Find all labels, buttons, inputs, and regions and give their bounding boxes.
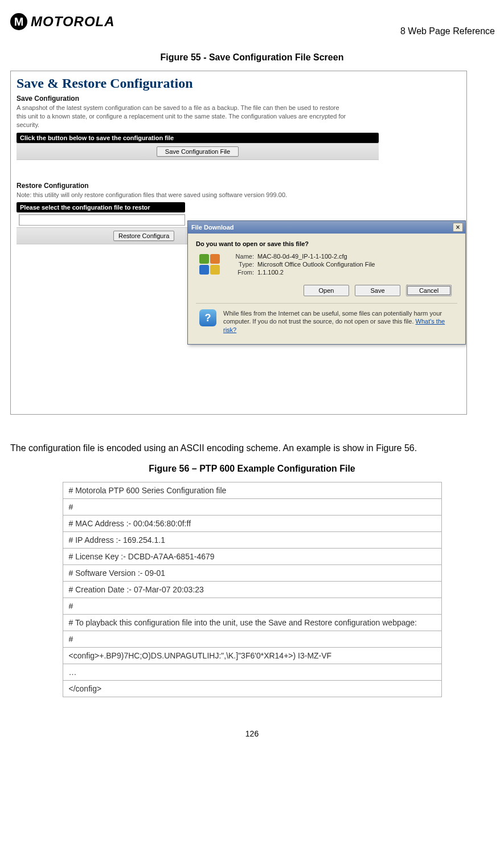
from-value: 1.1.100.2 bbox=[257, 269, 284, 276]
dialog-question: Do you want to open or save this file? bbox=[196, 240, 457, 247]
name-label: Name: bbox=[228, 253, 254, 260]
page-header: M MOTOROLA 8 Web Page Reference bbox=[0, 7, 504, 40]
save-instruction-bar: Click the button below to save the confi… bbox=[17, 133, 379, 143]
dialog-title-text: File Download bbox=[191, 224, 234, 231]
dialog-titlebar: File Download × bbox=[188, 221, 465, 234]
from-label: From: bbox=[228, 269, 254, 276]
config-line: # bbox=[63, 631, 441, 647]
security-warning-text: While files from the Internet can be use… bbox=[223, 309, 454, 334]
restore-note: Note: this utility will only restore con… bbox=[17, 191, 347, 199]
restore-button-row: Restore Configura bbox=[17, 227, 187, 244]
restore-config-heading: Restore Configuration bbox=[17, 182, 461, 190]
encoding-paragraph: The configuration file is encoded using … bbox=[10, 439, 494, 458]
cancel-button[interactable]: Cancel bbox=[406, 285, 452, 296]
brand-text: MOTOROLA bbox=[31, 14, 115, 30]
warning-body: While files from the Internet can be use… bbox=[223, 310, 442, 325]
open-button[interactable]: Open bbox=[304, 285, 349, 296]
save-button-row: Save Configuration File bbox=[17, 143, 379, 160]
close-icon[interactable]: × bbox=[453, 223, 463, 232]
file-details: Name:MAC-80-0d-49_IP-1-1-100-2.cfg Type:… bbox=[228, 253, 457, 277]
file-download-dialog: File Download × Do you want to open or s… bbox=[187, 220, 466, 345]
config-line: # IP Address :- 169.254.1.1 bbox=[63, 531, 441, 548]
save-config-file-button[interactable]: Save Configuration File bbox=[157, 146, 239, 157]
save-config-heading: Save Configuration bbox=[17, 95, 461, 103]
config-file-input[interactable] bbox=[19, 214, 185, 226]
screen-title: Save & Restore Configuration bbox=[17, 76, 461, 91]
shield-icon: ? bbox=[199, 309, 216, 326]
config-line: </config> bbox=[63, 680, 441, 697]
page-number: 126 bbox=[0, 729, 504, 750]
name-value: MAC-80-0d-49_IP-1-1-100-2.cfg bbox=[257, 253, 347, 260]
chapter-reference: 8 Web Page Reference bbox=[115, 7, 497, 36]
figure-56-caption: Figure 56 – PTP 600 Example Configuratio… bbox=[0, 464, 504, 474]
type-value: Microsoft Office Outlook Configuration F… bbox=[257, 261, 375, 268]
type-label: Type: bbox=[228, 261, 254, 268]
restore-instruction-bar: Please select the configuration file to … bbox=[17, 202, 185, 212]
motorola-logo-icon: M bbox=[10, 13, 27, 30]
screenshot-save-restore: Save & Restore Configuration Save Config… bbox=[10, 71, 467, 415]
restore-config-file-button[interactable]: Restore Configura bbox=[113, 231, 174, 241]
brand-logo: M MOTOROLA bbox=[10, 13, 115, 30]
config-line: <config>+.BP9)7HC;O)DS.UNPAGUTLIHJ:",\K.… bbox=[63, 647, 441, 664]
config-line: # To playback this configuration file in… bbox=[63, 614, 441, 631]
file-select-row bbox=[17, 212, 187, 227]
example-config-file: # Motorola PTP 600 Series Configuration … bbox=[63, 482, 442, 697]
config-line: # License Key :- DCBD-A7AA-6851-4679 bbox=[63, 548, 441, 564]
save-button[interactable]: Save bbox=[355, 285, 400, 296]
filetype-icon bbox=[199, 254, 220, 275]
config-line: # bbox=[63, 598, 441, 614]
config-line: # Motorola PTP 600 Series Configuration … bbox=[63, 482, 441, 498]
config-line: # MAC Address :- 00:04:56:80:0f:ff bbox=[63, 515, 441, 531]
config-line: … bbox=[63, 664, 441, 680]
config-line: # bbox=[63, 498, 441, 515]
config-line: # Software Version :- 09-01 bbox=[63, 564, 441, 581]
figure-55-caption: Figure 55 - Save Configuration File Scre… bbox=[0, 52, 504, 63]
config-line: # Creation Date :- 07-Mar-07 20:03:23 bbox=[63, 581, 441, 598]
save-config-description: A snapshot of the latest system configur… bbox=[17, 104, 347, 129]
